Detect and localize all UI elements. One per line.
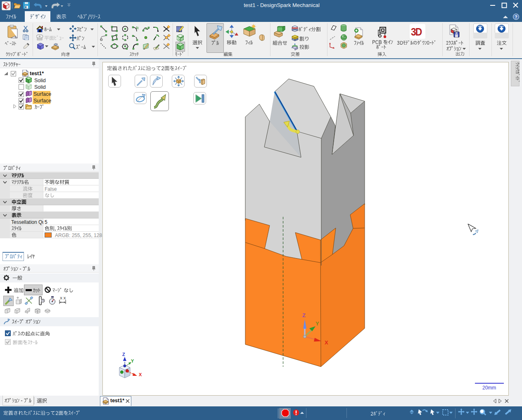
svg-text:Z: Z (122, 352, 125, 357)
svg-text:Y: Y (316, 320, 319, 327)
svg-text:Y: Y (131, 358, 134, 363)
svg-text:X X: X X (60, 296, 66, 300)
svg-text:X: X (325, 339, 328, 346)
svg-text:Z: Z (302, 312, 306, 318)
svg-text:X: X (139, 372, 142, 377)
svg-text:?: ? (515, 14, 517, 19)
svg-text:3D: 3D (411, 26, 422, 37)
